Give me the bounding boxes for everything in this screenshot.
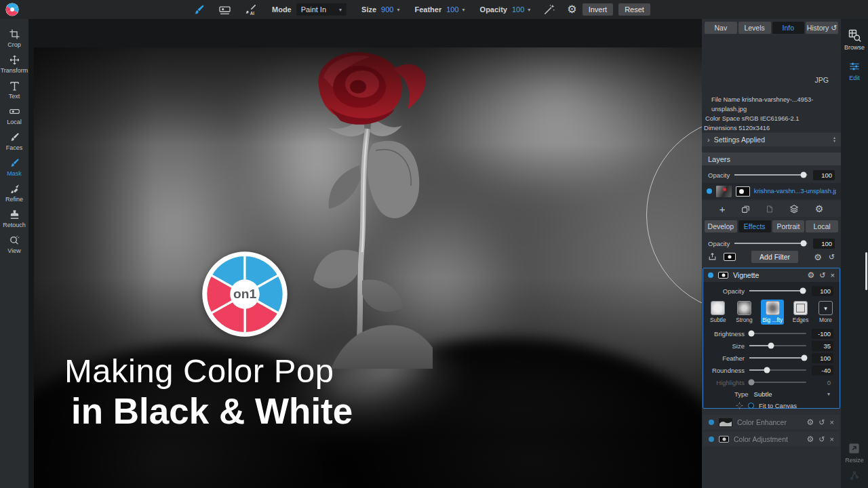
value-box[interactable]: 35	[812, 341, 833, 351]
tool-view[interactable]: View	[0, 235, 28, 254]
value-box[interactable]: -40	[812, 365, 833, 375]
merge-layers-icon[interactable]	[789, 204, 799, 214]
slider-knob[interactable]	[802, 355, 808, 361]
slider-track[interactable]	[749, 333, 806, 334]
tab-effects[interactable]: Effects	[738, 220, 771, 232]
sort-chevrons-icon[interactable]: ▴▾	[833, 136, 835, 143]
layer-name[interactable]: krishna-varshn...3-unsplash.jpg	[754, 188, 836, 195]
module-edit-active[interactable]: Edit	[848, 60, 861, 81]
tab-nav[interactable]: Nav	[705, 22, 737, 34]
vignette-header[interactable]: Vignette ⚙ ↺ ×	[703, 268, 840, 282]
panel-scrollbar-thumb[interactable]	[865, 252, 867, 290]
slider-track[interactable]	[749, 345, 806, 346]
layer-thumbnail[interactable]	[716, 186, 732, 197]
tool-text[interactable]: Text	[0, 80, 28, 100]
filter-gear-icon[interactable]: ⚙	[807, 418, 814, 427]
perfect-brush-wand-icon[interactable]	[542, 3, 556, 16]
add-layer-icon[interactable]: +	[719, 203, 726, 215]
filter-gear-icon[interactable]: ⚙	[808, 270, 815, 280]
filter-enabled-dot[interactable]	[709, 436, 714, 442]
paint-in-brush-icon[interactable]	[192, 3, 205, 16]
show-mask-icon[interactable]	[724, 253, 736, 261]
image-canvas[interactable]: on1 Making Color Pop in Black & White	[28, 19, 702, 488]
filter-reset-icon[interactable]: ↺	[818, 435, 825, 444]
filter-row-color-enhancer[interactable]: Color Enhancer ⚙ ↺ ×	[703, 415, 840, 430]
reset-button[interactable]: Reset	[618, 3, 650, 16]
layer-settings-gear-icon[interactable]: ⚙	[815, 203, 824, 214]
filter-mask-icon[interactable]	[718, 272, 728, 279]
workflow-nodes-icon[interactable]	[849, 470, 860, 481]
filter-gear-icon[interactable]: ⚙	[807, 434, 814, 444]
brush-settings-gear-icon[interactable]: ⚙	[567, 4, 576, 15]
tool-local[interactable]: Local	[0, 106, 28, 125]
slider-track[interactable]	[749, 357, 806, 359]
layer-row[interactable]: krishna-varshn...3-unsplash.jpg	[702, 183, 841, 199]
tab-history[interactable]: History↺	[806, 22, 838, 34]
add-filter-button[interactable]: Add Filter	[751, 251, 798, 263]
preset-edges[interactable]: Edges	[791, 300, 810, 325]
photo-preview[interactable]: on1 Making Color Pop in Black & White	[34, 47, 702, 488]
settings-applied-row[interactable]: › Settings Applied ▴▾	[702, 133, 841, 146]
opacity-value-box[interactable]: 100	[813, 239, 835, 249]
slider-knob[interactable]	[764, 367, 770, 373]
preset-subtle[interactable]: Subtle	[709, 300, 728, 325]
module-resize[interactable]: Resize	[845, 442, 864, 464]
filter-close-icon[interactable]: ×	[830, 435, 834, 443]
mode-select[interactable]: Paint In ▾	[296, 3, 347, 16]
value-box[interactable]: 0	[812, 378, 833, 388]
reposition-icon[interactable]	[736, 402, 743, 409]
slider-knob[interactable]	[800, 172, 806, 178]
tool-faces[interactable]: Faces	[0, 131, 28, 151]
tool-mask-active[interactable]: Mask	[0, 157, 28, 177]
tab-develop[interactable]: Develop	[705, 220, 737, 232]
tab-info[interactable]: Info	[772, 22, 805, 34]
filter-enabled-dot[interactable]	[709, 420, 714, 425]
effects-reset-icon[interactable]: ↺	[829, 253, 835, 262]
layers-header[interactable]: Layers	[702, 152, 841, 165]
slider-track[interactable]	[749, 290, 806, 291]
tab-local[interactable]: Local	[806, 220, 838, 232]
size-value[interactable]: 900	[381, 5, 393, 14]
filter-enabled-dot[interactable]	[708, 272, 713, 278]
slider-track[interactable]	[749, 369, 806, 371]
preset-big-softy-selected[interactable]: Big ...fty	[761, 300, 784, 325]
chevron-down-icon[interactable]: ▾	[528, 7, 530, 13]
slider-track[interactable]	[734, 243, 808, 244]
opacity-value-box[interactable]: 100	[812, 286, 833, 296]
slider-knob[interactable]	[748, 380, 754, 386]
tool-refine[interactable]: Refine	[0, 183, 28, 203]
slider-knob[interactable]	[768, 343, 774, 349]
value-box[interactable]: -100	[812, 329, 833, 339]
slider-track[interactable]	[749, 382, 806, 383]
filter-close-icon[interactable]: ×	[831, 271, 835, 279]
invert-button[interactable]: Invert	[583, 3, 614, 16]
layer-visibility-dot[interactable]	[707, 188, 712, 194]
duplicate-layer-icon[interactable]	[741, 205, 750, 214]
filter-reset-icon[interactable]: ↺	[819, 271, 825, 280]
tool-retouch[interactable]: Retouch	[0, 209, 28, 228]
ai-brush-icon[interactable]: AI	[243, 3, 257, 16]
fit-to-canvas-radio[interactable]	[748, 403, 754, 409]
slider-track[interactable]	[734, 174, 808, 176]
delete-layer-icon[interactable]	[766, 205, 774, 214]
tool-crop[interactable]: Crop	[0, 28, 28, 48]
gradient-tool-icon[interactable]	[218, 3, 231, 16]
preset-more[interactable]: ▾More	[817, 300, 834, 325]
slider-knob[interactable]	[800, 241, 806, 247]
layer-mask-thumbnail[interactable]	[736, 186, 750, 197]
filter-close-icon[interactable]: ×	[830, 418, 834, 426]
effects-settings-gear-icon[interactable]: ⚙	[814, 252, 822, 262]
filter-row-color-adjustment[interactable]: Color Adjustment ⚙ ↺ ×	[703, 432, 840, 447]
opacity-value[interactable]: 100	[512, 5, 524, 14]
opacity-value-box[interactable]: 100	[813, 170, 835, 180]
tool-transform[interactable]: Transform	[0, 54, 28, 74]
tab-portrait[interactable]: Portrait	[772, 220, 805, 232]
chevron-down-icon[interactable]: ▾	[397, 7, 399, 13]
feather-value[interactable]: 100	[446, 5, 458, 14]
vignette-type-select[interactable]: Type Subtle ▾	[703, 388, 840, 400]
preset-strong[interactable]: Strong	[734, 300, 753, 325]
slider-knob[interactable]	[749, 331, 755, 337]
tab-levels[interactable]: Levels	[738, 22, 771, 34]
export-preset-icon[interactable]	[708, 252, 717, 262]
value-box[interactable]: 100	[812, 353, 833, 363]
